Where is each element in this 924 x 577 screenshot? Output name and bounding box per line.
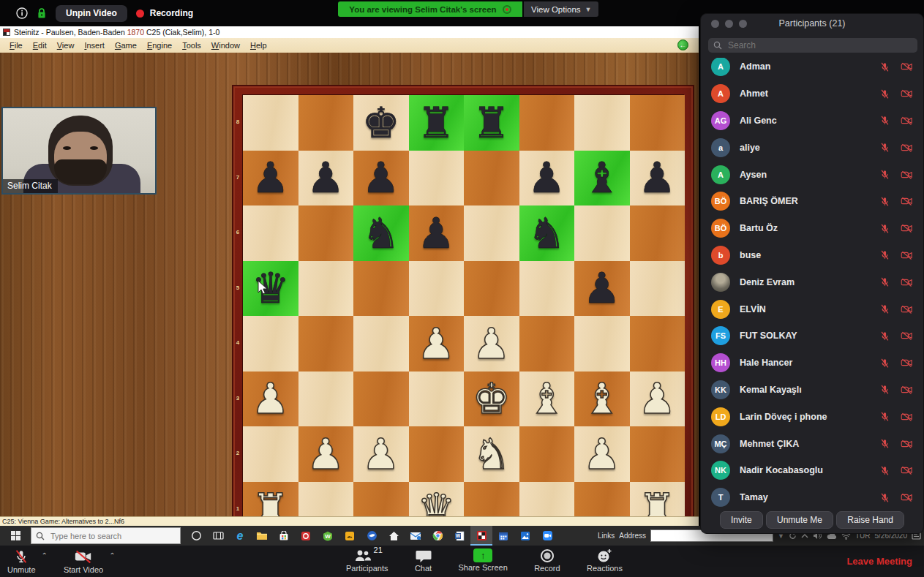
unmute-button[interactable]: Unmute <box>7 548 36 574</box>
square-e8[interactable]: ♜ <box>464 95 519 151</box>
square-a8[interactable] <box>243 95 298 151</box>
participant-row[interactable]: BÖ Bartu Öz <box>701 215 923 242</box>
participant-row[interactable]: NK Nadir Kocabasoglu <box>701 457 923 484</box>
record-button[interactable]: Record <box>534 548 560 573</box>
square-b4[interactable] <box>298 316 354 372</box>
participant-row[interactable]: FS FUT SOLKAY <box>701 323 923 350</box>
links-label[interactable]: Links <box>598 532 615 540</box>
photos-icon[interactable] <box>514 526 536 546</box>
square-f4[interactable] <box>519 316 575 372</box>
mic-options-chevron[interactable]: ⌃ <box>42 551 48 559</box>
square-h3[interactable]: ♟ <box>630 372 686 427</box>
square-b7[interactable]: ♟ <box>298 151 354 206</box>
square-d3[interactable] <box>409 372 465 427</box>
webcam-video[interactable]: Selim Citak <box>1 107 157 195</box>
encryption-lock-icon[interactable] <box>37 7 47 19</box>
square-d6[interactable]: ♟ <box>409 205 465 261</box>
chrome-icon[interactable] <box>427 526 448 546</box>
participant-row[interactable]: BÖ BARIŞ ÖMER <box>701 188 923 215</box>
participant-row[interactable]: T Tamay <box>701 484 923 511</box>
back-arrow-icon[interactable]: ← <box>677 39 688 50</box>
cortana-icon[interactable] <box>185 526 207 546</box>
menu-item-help[interactable]: Help <box>245 41 272 50</box>
square-g3[interactable]: ♝ <box>574 372 630 427</box>
menu-item-game[interactable]: Game <box>110 41 142 50</box>
menu-item-edit[interactable]: Edit <box>28 41 52 50</box>
square-g2[interactable]: ♟ <box>574 426 630 482</box>
chat-button[interactable]: Chat <box>415 548 432 573</box>
square-c4[interactable] <box>353 316 409 372</box>
reactions-button[interactable]: Reactions <box>587 548 623 573</box>
participant-row[interactable]: A Adman <box>701 58 923 80</box>
participant-row[interactable]: b buse <box>701 242 923 269</box>
thunderbird-icon[interactable] <box>361 526 383 546</box>
participant-row[interactable]: LD Larin Döveç i phone <box>701 403 923 430</box>
square-f5[interactable] <box>519 261 575 317</box>
participant-row[interactable]: Deniz Evram <box>701 268 923 295</box>
square-d2[interactable] <box>409 426 465 482</box>
square-f7[interactable]: ♟ <box>519 151 575 206</box>
square-f6[interactable]: ♞ <box>519 205 575 261</box>
square-g4[interactable] <box>574 316 630 372</box>
square-f8[interactable] <box>519 95 575 151</box>
square-g7[interactable]: ♝ <box>574 151 630 206</box>
menu-item-insert[interactable]: Insert <box>79 41 110 50</box>
square-g8[interactable] <box>574 95 630 151</box>
square-c3[interactable] <box>353 372 409 427</box>
square-b3[interactable] <box>298 372 354 427</box>
menu-item-engine[interactable]: Engine <box>142 41 177 50</box>
square-e4[interactable]: ♟ <box>464 316 519 372</box>
participants-search[interactable] <box>708 38 917 53</box>
square-a7[interactable]: ♟ <box>243 151 298 206</box>
square-c7[interactable]: ♟ <box>353 151 409 206</box>
square-e6[interactable] <box>464 205 519 261</box>
square-d4[interactable]: ♟ <box>409 316 465 372</box>
task-view-icon[interactable] <box>207 526 229 546</box>
invite-button[interactable]: Invite <box>720 511 763 529</box>
square-e2[interactable]: ♞ <box>464 426 519 482</box>
square-h7[interactable]: ♟ <box>630 151 686 206</box>
square-d8[interactable]: ♜ <box>409 95 465 151</box>
square-e7[interactable] <box>464 151 519 206</box>
zoom-app-icon[interactable] <box>536 526 558 546</box>
gauge-icon[interactable] <box>339 526 361 546</box>
square-f3[interactable]: ♝ <box>519 372 575 427</box>
home-icon[interactable] <box>383 526 405 546</box>
square-h8[interactable] <box>630 95 686 151</box>
square-a3[interactable]: ♟ <box>243 372 298 427</box>
square-g6[interactable] <box>574 205 630 261</box>
leave-meeting-button[interactable]: Leave Meeting <box>846 556 912 567</box>
store-icon[interactable] <box>273 526 295 546</box>
participant-row[interactable]: A Ahmet <box>701 80 923 108</box>
taskbar-search[interactable] <box>31 527 181 544</box>
menu-item-window[interactable]: Window <box>206 41 245 50</box>
mail-icon[interactable] <box>405 526 427 546</box>
start-video-button[interactable]: Start Video <box>64 548 103 574</box>
calendar-icon[interactable] <box>492 526 514 546</box>
square-g5[interactable]: ♟ <box>574 261 630 317</box>
menu-item-view[interactable]: View <box>52 41 80 50</box>
unmute-me-button[interactable]: Unmute Me <box>766 511 833 529</box>
menu-item-file[interactable]: File <box>4 41 28 50</box>
square-b6[interactable] <box>298 205 354 261</box>
square-h5[interactable] <box>630 261 686 317</box>
square-e5[interactable] <box>464 261 519 317</box>
square-e3[interactable]: ♚ <box>464 372 519 427</box>
participant-row[interactable]: E ELVİN <box>701 295 923 323</box>
unpin-video-button[interactable]: Unpin Video <box>56 5 127 22</box>
square-a6[interactable] <box>243 205 298 261</box>
square-d7[interactable] <box>409 151 465 206</box>
taskbar-search-input[interactable] <box>49 531 166 541</box>
participant-row[interactable]: a aliye <box>701 134 923 161</box>
participant-row[interactable]: KK Kemal Kayaşlı <box>701 377 923 404</box>
square-c8[interactable]: ♚ <box>353 95 409 151</box>
square-b5[interactable] <box>298 261 354 317</box>
view-options-button[interactable]: View Options ▼ <box>524 1 598 17</box>
participants-panel-header[interactable]: Participants (21) <box>701 14 923 33</box>
square-h6[interactable] <box>630 205 686 261</box>
raise-hand-button[interactable]: Raise Hand <box>836 511 904 529</box>
edge-icon[interactable]: e <box>229 526 251 546</box>
square-a2[interactable] <box>243 426 298 482</box>
file-explorer-icon[interactable] <box>251 526 273 546</box>
participant-row[interactable]: AG Ali Genc <box>701 108 923 135</box>
